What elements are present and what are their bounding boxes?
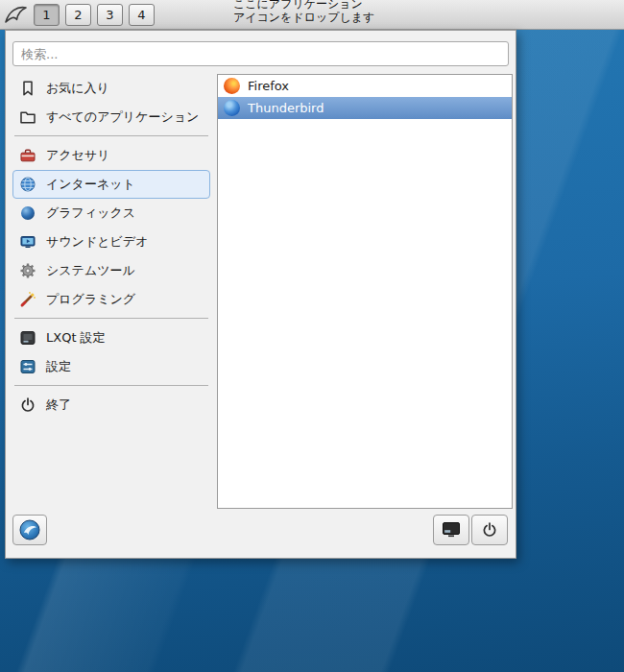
- workspace-button-3[interactable]: 3: [97, 4, 123, 26]
- workspace-button-1[interactable]: 1: [34, 4, 60, 26]
- category-system-tools[interactable]: システムツール: [12, 256, 210, 285]
- power-icon: [19, 396, 36, 414]
- category-internet[interactable]: インターネット: [12, 170, 210, 199]
- globe-icon: [19, 176, 36, 193]
- wand-icon: [19, 291, 36, 308]
- category-label: グラフィックス: [46, 204, 135, 222]
- monitor-icon: [442, 521, 461, 539]
- category-settings[interactable]: 設定: [12, 352, 210, 381]
- category-label: すべてのアプリケーション: [46, 108, 199, 126]
- category-sound-video[interactable]: サウンドとビデオ: [12, 228, 210, 256]
- category-label: アクセサリ: [46, 147, 110, 164]
- workspace-switcher: 1 2 3 4: [34, 4, 155, 26]
- category-label: サウンドとビデオ: [46, 233, 148, 251]
- category-all-applications[interactable]: すべてのアプリケーション: [12, 103, 210, 132]
- category-programming[interactable]: プログラミング: [12, 285, 210, 314]
- top-panel: 1 2 3 4 ここにアプリケーション アイコンをドロップします: [0, 0, 624, 30]
- category-sidebar: お気に入り すべてのアプリケーション アクセサリ: [12, 74, 210, 420]
- lxqt-logo-icon: [18, 518, 41, 541]
- category-label: システムツール: [46, 262, 135, 279]
- app-label: Thunderbird: [248, 101, 324, 115]
- bookmark-icon: [19, 80, 36, 97]
- category-label: LXQt 設定: [46, 329, 106, 347]
- category-accessories[interactable]: アクセサリ: [12, 141, 210, 170]
- workspace-button-4[interactable]: 4: [129, 4, 155, 26]
- drop-hint-line2: アイコンをドロップします: [233, 11, 374, 24]
- application-list: Firefox Thunderbird: [217, 74, 513, 509]
- sphere-icon: [19, 204, 36, 222]
- category-label: 設定: [46, 358, 71, 375]
- panel-drop-hint: ここにアプリケーション アイコンをドロップします: [233, 0, 374, 24]
- sidebar-divider: [14, 318, 208, 319]
- lxqt-logo-button[interactable]: [12, 515, 47, 545]
- category-label: インターネット: [46, 176, 135, 193]
- power-button-icon: [481, 521, 498, 539]
- lxqt-bird-icon: [3, 2, 28, 27]
- app-item-thunderbird[interactable]: Thunderbird: [218, 97, 512, 119]
- app-label: Firefox: [248, 79, 289, 93]
- thunderbird-icon: [224, 100, 240, 116]
- category-label: お気に入り: [46, 80, 109, 97]
- drop-hint-line1: ここにアプリケーション: [233, 0, 374, 11]
- toolbox-icon: [19, 147, 36, 164]
- category-lxqt-settings[interactable]: LXQt 設定: [12, 324, 210, 352]
- workspace-button-2[interactable]: 2: [65, 4, 91, 26]
- category-label: プログラミング: [46, 291, 135, 308]
- sidebar-divider: [14, 135, 208, 136]
- category-favorites[interactable]: お気に入り: [12, 74, 210, 103]
- application-menu-popup: お気に入り すべてのアプリケーション アクセサリ: [5, 30, 516, 559]
- lock-screen-button[interactable]: [433, 515, 469, 545]
- app-menu-button[interactable]: [2, 1, 29, 28]
- app-item-firefox[interactable]: Firefox: [218, 75, 512, 97]
- folder-icon: [19, 108, 36, 126]
- sliders-icon: [19, 358, 36, 375]
- category-label: 終了: [46, 396, 71, 414]
- lxqt-settings-icon: [19, 329, 36, 347]
- sidebar-divider: [14, 385, 208, 386]
- video-icon: [19, 233, 36, 251]
- search-input[interactable]: [12, 41, 509, 66]
- gear-icon: [19, 262, 36, 279]
- category-leave[interactable]: 終了: [12, 391, 210, 420]
- firefox-icon: [224, 78, 240, 94]
- leave-button[interactable]: [471, 515, 508, 545]
- category-graphics[interactable]: グラフィックス: [12, 199, 210, 228]
